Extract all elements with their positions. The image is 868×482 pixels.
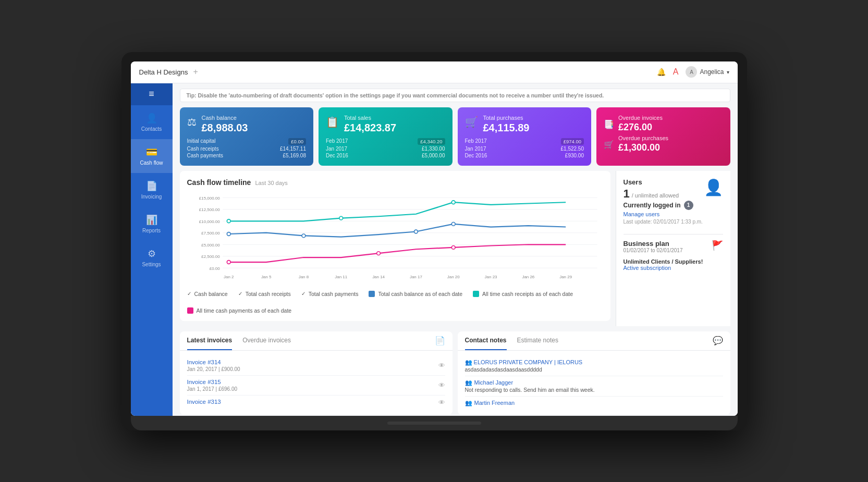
rp-users-title: Users [624,178,679,186]
svg-text:Jan 5: Jan 5 [261,275,271,279]
person-link[interactable]: 👥 Martin Freeman [465,400,723,406]
user-menu[interactable]: A Angelica ▾ [686,66,729,78]
tab-estimate-notes[interactable]: Estimate notes [517,331,558,350]
stat-card-overdue: 📑 Overdue invoices £276.00 🛒 Overdue pur… [596,107,730,166]
chart-section: Cash flow timeline Last 30 days [180,171,610,321]
invoice-link[interactable]: Invoice #315 [187,379,238,385]
overdue-invoices-icon: 📑 [604,119,614,129]
legend-label: Total cash payments [309,291,359,297]
laptop-base [131,416,738,430]
check-icon: ✓ [301,291,305,296]
person-icon: 👤 [704,178,723,196]
new-tab-button[interactable]: + [193,67,198,77]
svg-text:Jan 2: Jan 2 [224,275,234,279]
row-value: £14,157.11 [280,146,306,152]
invoice-tabs: Latest invoices Overdue invoices 📄 [180,331,453,351]
invoice-link[interactable]: Invoice #313 [187,399,221,405]
svg-text:Jan 17: Jan 17 [409,275,422,279]
svg-text:Jan 23: Jan 23 [484,275,497,279]
row-value: £5,169.08 [283,153,307,158]
overdue-purchases-value: £1,300.00 [618,142,668,153]
row-label: Dec 2016 [326,153,348,158]
purchases-icon: 🛒 [465,116,478,128]
company-link[interactable]: 👥 ELORUS PRIVATE COMPANY | IELORUS [465,359,723,366]
svg-point-33 [451,245,455,249]
chart-legend: ✓ Cash balance ✓ Total cash receipts ✓ T… [187,291,603,314]
sidebar-invoicing-label: Invoicing [141,194,162,200]
contact-note: Not responding to calls. Send him an ema… [465,387,723,393]
invoice-list-icon: 📄 [435,336,445,345]
list-item: Invoice #314 Jan 20, 2017 | £900.00 👁 [187,356,445,376]
right-panel: Users 1 / unlimited allowed 👤 Currently … [616,171,730,326]
sidebar-item-settings[interactable]: ⚙ Settings [131,241,173,275]
legend-item-receipts-each: All time cash receipts as of each date [473,291,573,297]
row-value: £1,330.00 [422,146,445,152]
total-sales-title: Total sales [344,115,396,121]
chart-title: Cash flow timeline [187,178,251,187]
sidebar-item-reports[interactable]: 📊 Reports [131,207,173,241]
svg-point-25 [302,234,305,238]
table-row: Dec 2016 £930.00 [465,153,584,158]
svg-point-32 [376,251,380,255]
overdue-purchases-icon: 🛒 [604,140,614,150]
currently-logged-label: Currently logged in [624,202,681,209]
app-title: Delta H Designs [139,68,188,76]
check-icon: ✓ [238,291,242,296]
person-link[interactable]: 👥 Michael Jagger [465,379,723,386]
legend-label: All time cash receipts as of each date [482,291,573,297]
cashflow-icon: 💳 [146,146,157,158]
eye-icon[interactable]: 👁 [438,362,445,369]
svg-text:£5,000.00: £5,000.00 [201,242,220,247]
sidebar-settings-label: Settings [142,262,161,267]
rp-users-section: Users 1 / unlimited allowed 👤 Currently … [624,178,723,225]
cash-balance-value: £8,988.03 [202,122,248,134]
sidebar-item-cashflow[interactable]: 💳 Cash flow [131,139,173,173]
notes-icon: 💬 [713,336,723,345]
tab-latest-invoices[interactable]: Latest invoices [187,331,233,350]
invoice-meta: Jan 1, 2017 | £696.00 [187,386,238,392]
table-row: Jan 2017 £1,522.50 [465,146,584,152]
sidebar-logo[interactable]: ≡ [131,83,173,105]
eye-icon[interactable]: 👁 [438,399,445,406]
svg-point-24 [227,232,230,236]
edit-icon[interactable]: A [673,67,679,77]
row-label: Cash payments [187,153,223,158]
notification-icon[interactable]: 🔔 [657,68,666,76]
row-label: Jan 2017 [465,146,486,152]
cash-balance-rows: Initial capital £0.00 Cash receipts £14,… [187,138,307,158]
sidebar-item-contacts[interactable]: 👤 Contacts [131,105,173,139]
list-item: 👥 ELORUS PRIVATE COMPANY | IELORUS asdas… [465,356,723,376]
chart-container: £15,000.00 £12,500.00 £10,000.00 £7,500.… [187,192,603,286]
sidebar-item-invoicing[interactable]: 📄 Invoicing [131,173,173,207]
user-number: 1 [624,187,630,201]
sidebar-reports-label: Reports [142,228,161,233]
last-update-text: Last update: 02/01/2017 1:33 p.m. [624,219,723,225]
tab-contact-notes[interactable]: Contact notes [465,331,507,350]
contacts-panel: Contact notes Estimate notes 💬 👥 ELORUS … [458,331,730,415]
svg-text:£0.00: £0.00 [209,266,220,270]
top-bar-right: 🔔 A A Angelica ▾ [657,66,729,78]
person-name: Michael Jagger [474,379,514,386]
total-purchases-value: £4,115.89 [483,122,530,134]
total-sales-value: £14,823.87 [344,122,396,134]
rp-currently-logged: Currently logged in 1 [624,201,723,210]
tab-overdue-invoices[interactable]: Overdue invoices [242,331,291,350]
overdue-purchases-title: Overdue purchases [618,135,668,141]
square-icon [187,307,193,314]
person-name: Martin Freeman [474,400,515,406]
svg-point-28 [227,219,230,223]
manage-users-link[interactable]: Manage users [624,211,723,217]
svg-point-27 [451,222,455,226]
stat-card-total-sales: 📋 Total sales £14,823.87 Feb 2017 £4,340… [319,107,453,166]
user-limit: / unlimited allowed [632,192,679,199]
table-row: Feb 2017 £974.00 [465,138,584,145]
active-subscription-link[interactable]: Active subscription [624,265,723,271]
overdue-invoices-value: £276.00 [618,122,663,133]
legend-item-payments-each: All time cash payments as of each date [187,307,292,314]
laptop-notch [387,422,481,425]
company-text: asdasdadasdasdaasdaasddddd [465,366,723,373]
eye-icon[interactable]: 👁 [438,381,445,389]
invoice-link[interactable]: Invoice #314 [187,359,240,365]
unlimited-clients-text: Unlimited Clients / Suppliers! [624,258,723,265]
svg-text:£10,000.00: £10,000.00 [199,219,219,224]
